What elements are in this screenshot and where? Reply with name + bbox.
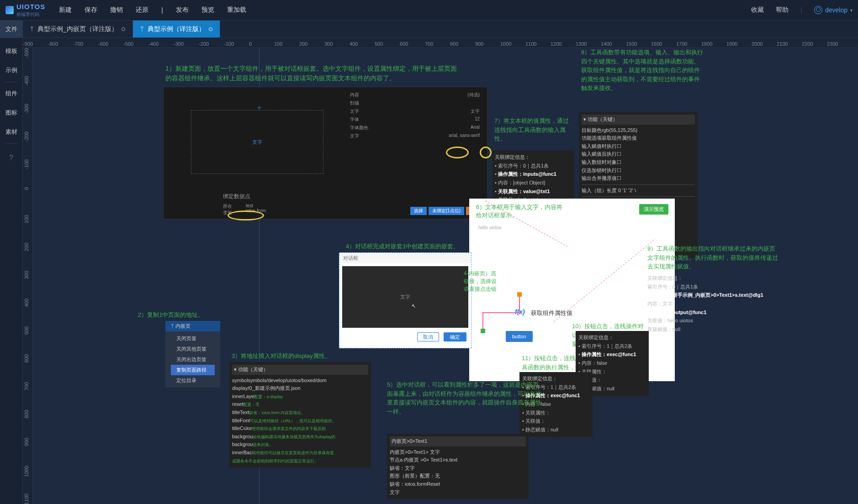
reload-button[interactable]: 重加载 [227,6,246,14]
ruler-tick: -700 [73,41,83,47]
left-sidebar: 模板 示例 组件 图标 素材 ? [0,38,23,504]
svg-rect-0 [481,329,485,333]
select-button[interactable]: 选择 [410,207,427,215]
info-item: 索引序号：0｜总共1条 [495,162,572,170]
property-row: titleColor绝对路径会请求该文件的内容并下载后初 [232,425,368,433]
favorite-button[interactable]: 收藏 [751,6,764,14]
preview-button[interactable]: 演示预览 [639,204,668,215]
ok-button[interactable]: 确定 [444,332,466,341]
info-item: 静态赋值：null [522,425,590,434]
property-row: 图形（前景）配置：无 [390,472,526,480]
annotation-8: 8）工具函数带有功能选项、输入、输出和执行四个关键属性。其中选项就是选择函数功能… [581,48,704,93]
property-row: 缺省：iotos.formReset [390,480,526,488]
sidebar-item-example[interactable]: 示例 [0,61,22,80]
value: Arial [471,125,480,131]
context-menu[interactable]: ᛘ 内嵌页 关闭页签关闭其他页签关闭右边页签复制页面路径定位目录 [165,321,220,388]
cancel-button[interactable]: 取消 [417,332,439,341]
ruler-tick: 1000 [24,466,29,477]
context-menu-item[interactable]: 关闭右边页签 [171,354,215,365]
preview-button[interactable]: 预览 [201,6,214,14]
dialog-title: 对话框 [339,253,471,263]
context-menu-item[interactable]: 复制页面路径 [171,365,215,375]
label: 扫描 [350,100,359,106]
sidebar-item-file[interactable]: 文件 [0,21,23,38]
ruler-tick: 1800 [701,41,712,47]
context-menu-item[interactable]: 关闭其他页签 [171,344,215,354]
new-button[interactable]: 新建 [59,6,72,14]
context-title: ᛘ 内嵌页 [165,321,220,331]
ruler-tick: -400 [148,41,159,47]
toolbar-actions: 新建 保存 撤销 还原 | 发布 预览 重加载 [59,6,246,14]
property-row: 仅选加锁时执行☐ [582,167,695,175]
info-item: 操作属性：inputs@func1 [495,170,572,178]
property-row: reset配置：无 [232,400,368,409]
dialog-mock: 对话框 文字 4-内嵌页）选 链接，选择设 或直接点击链 ↖ 取消 确定 [339,252,471,348]
ruler-tick: -300 [174,41,184,47]
panel-header: 功能（关键） [588,116,618,122]
unbind-button[interactable]: 未绑定(1点位) [429,207,464,215]
info-item: 关联属性：output@func1 [647,308,780,317]
tab-label: 典型示例_内嵌页（详注版） [37,25,118,33]
ruler-tick: 1500 [626,41,637,47]
app-name: UIOTOS [16,3,45,10]
ruler-tick: 2100 [777,41,788,47]
fx-node[interactable]: f(x) [515,308,525,315]
ruler-tick: -300 [24,104,29,114]
info-item: 内容：文字 [647,299,780,308]
ruler-tick: 300 [24,271,29,279]
ruler-tick: 400 [350,41,358,47]
property-row: 文字 [390,488,526,497]
label: 输入（组） [582,188,607,193]
canvas[interactable]: 1）新建页面，放置一个文字组件，用于被对话框嵌套。选中文字组件，设置属性绑定，用… [33,48,858,504]
annotation-6: 6）文本框用于输入文字，内容将给对话框显示。 [476,203,563,220]
property-row: titleFont可以是绝对路径（URL），也可以是相对路径。 [232,417,368,425]
save-button[interactable]: 保存 [85,6,97,14]
ruler-tick: -600 [98,41,108,47]
sidebar-help-icon[interactable]: ? [0,148,22,168]
info-item: 新版赋值：null [647,325,780,334]
toolbar-sep: | [161,6,163,14]
ruler-tick: 700 [425,41,433,47]
ruler-tick: 1100 [525,41,536,47]
property-row: display/0_新建示例内嵌页.json [232,384,368,393]
publish-button[interactable]: 发布 [176,6,189,14]
sidebar-item-asset[interactable]: 素材 [0,122,22,142]
panel-header: 内嵌页>0>Text1 [390,436,526,446]
highlight-circle [480,147,492,158]
ruler-tick: -500 [24,48,29,58]
context-menu-item[interactable]: 关闭页签 [171,333,215,344]
ruler-tick: 2000 [752,41,763,47]
ruler-tick: 0 [24,187,29,190]
button-node[interactable]: button [506,331,533,342]
ruler-tick: 300 [324,41,333,47]
context-menu-item[interactable]: 定位目录 [171,375,215,386]
help-button[interactable]: 帮助 [776,6,789,14]
ruler-tick: 800 [24,410,29,418]
info-item: 内容：false [578,359,646,368]
property-row: symbolsymbols/develop/uiotos/boxed/dom [232,377,368,385]
redo-button[interactable]: 还原 [136,6,148,14]
panel-header: 功能（关键） [238,367,268,372]
tab-example-inner[interactable]: ᛘ 典型示例_内嵌页（详注版） [23,21,133,37]
property-row: 成器命令不会影响到程序扫约的页面正常运行。 [232,457,368,465]
value: test [246,203,266,208]
sidebar-item-icon[interactable]: 图标 [0,103,22,122]
svg-rect-1 [517,292,522,297]
user-menu[interactable]: develop ▾ [814,6,853,14]
tab-modified-icon [209,27,212,31]
undo-button[interactable]: 撤销 [110,6,123,14]
ruler-tick: 100 [274,41,282,47]
panel-title: 关联绑定信息： [578,334,646,342]
ruler-tick: 400 [24,299,29,307]
ruler-tick: 600 [400,41,408,47]
tab-example-main[interactable]: ᛘ 典型示例（详注版） [133,21,220,37]
sidebar-item-component[interactable]: 组件 [0,84,22,103]
value: (待选) [467,92,480,98]
sidebar-item-template[interactable]: 模板 [0,42,22,61]
property-row: 输入赋值后执行☐ [582,150,695,158]
annotation-4-inner: 4-内嵌页）选 链接，选择设 或直接点击链 [464,270,509,293]
info-item: 索引序号：1｜总共2条 [578,342,646,351]
input-placeholder: hello uiotos [478,225,502,230]
ruler-tick: -100 [24,159,29,169]
label: 内容 [350,92,359,98]
